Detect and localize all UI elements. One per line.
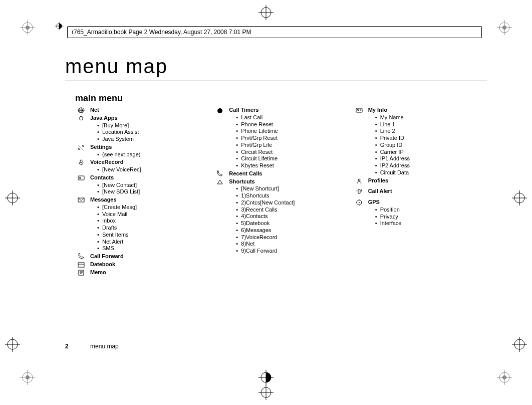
list-item: 6)Messages [236, 227, 348, 234]
microphone-icon [76, 159, 86, 166]
list-item: [New VoiceRec] [97, 166, 209, 173]
phone-list-icon [215, 170, 225, 177]
list-item: (see next page) [97, 151, 209, 158]
crop-mark-icon [258, 385, 274, 400]
list-item: Java System [97, 136, 209, 143]
id-card-icon [354, 107, 364, 114]
crop-mark-icon [258, 370, 274, 385]
section-title: Recent Calls [229, 170, 262, 176]
svg-rect-41 [80, 160, 82, 163]
crop-mark-icon [5, 190, 20, 206]
list-item: [New Shortcurt] [236, 185, 348, 192]
svg-point-53 [357, 109, 359, 111]
svg-rect-57 [358, 189, 360, 193]
section-title: Memo [90, 269, 106, 275]
list-item: Sent Items [97, 232, 209, 239]
section-title: GPS [368, 199, 380, 205]
list-item: Last Call [236, 114, 348, 121]
section-datebook: Datebook [75, 261, 209, 268]
crop-mark-icon [20, 20, 35, 35]
list-item: Carrier IP [375, 149, 487, 156]
list-item: [Buy More] [97, 122, 209, 129]
timer-icon [215, 107, 225, 114]
section-my-info: My Info My Name Line 1 Line 2 Private ID… [353, 107, 487, 176]
crop-mark-icon [5, 337, 20, 352]
list-item: IP2 Address [375, 162, 487, 169]
section-contacts: Contacts [New Contact] [New SDG List] [75, 174, 209, 195]
section-list: Position Privacy Interface [368, 207, 487, 227]
card-icon [76, 174, 86, 181]
list-item: 1)Shortcuts [236, 192, 348, 199]
list-item: [New Contact] [97, 182, 209, 189]
section-profiles: Profiles [353, 177, 487, 184]
section-settings: Settings (see next page) [75, 144, 209, 158]
svg-point-56 [358, 179, 360, 181]
section-title: Datebook [90, 261, 115, 267]
alert-icon [354, 188, 364, 195]
section-call-alert: Call Alert [353, 188, 487, 195]
tools-icon [76, 144, 86, 151]
section-java-apps: Java Apps [Buy More] Location Assist Jav… [75, 115, 209, 143]
section-title: Call Timers [229, 107, 258, 113]
java-icon [76, 115, 86, 122]
section-title: Messages [90, 196, 117, 202]
footer-label: menu map [90, 343, 119, 350]
list-item: Interface [375, 220, 487, 227]
section-voicerecord: VoiceRecord [New VoiceRec] [75, 159, 209, 173]
phone-forward-icon [76, 253, 86, 260]
profile-icon [354, 177, 364, 184]
section-shortcuts: Shortcuts [New Shortcurt] 1)Shortcuts 2)… [214, 178, 348, 255]
list-item: [Create Mesg] [97, 204, 209, 211]
crop-mark-icon [497, 20, 512, 35]
list-item: Voice Mail [97, 211, 209, 218]
svg-rect-45 [78, 263, 84, 267]
page-number: 2 [65, 343, 69, 350]
section-list: [New VoiceRec] [90, 166, 209, 173]
section-list: [Buy More] Location Assist Java System [90, 122, 209, 143]
globe-icon [76, 107, 86, 114]
document-header: r765_Armadillo.book Page 2 Wednesday, Au… [67, 26, 482, 38]
list-item: Phone Reset [236, 121, 348, 128]
list-item: Privacy [375, 214, 487, 221]
section-list: Last Call Phone Reset Phone Lifetime Prv… [229, 114, 348, 169]
column-3: My Info My Name Line 1 Line 2 Private ID… [353, 107, 487, 277]
crop-mark-icon [497, 370, 512, 385]
section-list: [New Contact] [New SDG List] [90, 182, 209, 196]
svg-rect-52 [356, 108, 362, 112]
section-list: [New Shortcurt] 1)Shortcuts 2)Cntcs[New … [229, 185, 348, 255]
section-call-timers: Call Timers Last Call Phone Reset Phone … [214, 107, 348, 169]
section-title: Contacts [90, 174, 114, 180]
list-item: 5)Datebook [236, 220, 348, 227]
section-memo: Memo [75, 269, 209, 276]
section-title: Call Alert [368, 188, 392, 194]
section-title: Shortcuts [229, 178, 254, 184]
calendar-icon [76, 261, 86, 268]
section-title: VoiceRecord [90, 159, 123, 165]
section-title: My Info [368, 107, 388, 113]
list-item: Group ID [375, 142, 487, 149]
section-messages: Messages [Create Mesg] Voice Mail Inbox … [75, 196, 209, 252]
page-title: menu map [65, 55, 487, 78]
svg-point-43 [80, 177, 81, 178]
crop-mark-icon [54, 21, 64, 33]
list-item: Circuit Lifetime [236, 155, 348, 162]
section-recent-calls: Recent Calls [214, 170, 348, 177]
section-title: Call Forward [90, 253, 124, 259]
crop-mark-icon [20, 370, 35, 385]
section-title: Net [90, 107, 99, 113]
section-title: Settings [90, 144, 112, 150]
crop-mark-icon [512, 190, 527, 206]
page-content: menu map main menu Net Java Apps [Buy Mo… [65, 55, 487, 350]
svg-point-59 [359, 202, 360, 203]
shortcut-icon [215, 178, 225, 185]
list-item: Prvt/Grp Reset [236, 135, 348, 142]
section-gps: GPS Position Privacy Interface [353, 199, 487, 227]
list-item: 2)Cntcs[New Contact] [236, 199, 348, 207]
list-item: IP1 Address [375, 155, 487, 162]
list-item: Kbytes Reset [236, 162, 348, 169]
list-item: Location Assist [97, 129, 209, 136]
crop-mark-icon [512, 337, 527, 352]
svg-point-51 [217, 108, 222, 113]
list-item: Line 2 [375, 128, 487, 135]
list-item: Position [375, 207, 487, 214]
